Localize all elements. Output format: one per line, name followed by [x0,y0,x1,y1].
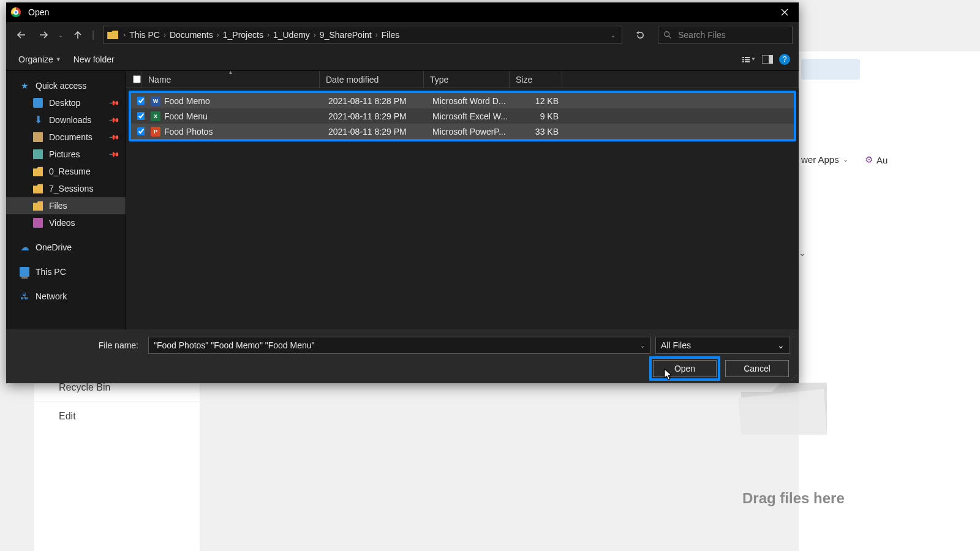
download-icon: ⬇ [33,115,43,125]
search-input[interactable]: Search Files [658,26,793,44]
svg-rect-3 [742,59,744,60]
column-header-date[interactable]: Date modified [320,71,424,88]
arrow-right-icon [39,30,48,40]
sort-asc-icon: ▲ [228,69,233,75]
sidebar-onedrive[interactable]: ☁ OneDrive [6,239,126,256]
background-chevron-icon: ⌄ [799,248,806,258]
arrow-up-icon [73,30,83,40]
history-dropdown-icon[interactable]: ⌄ [56,26,65,44]
organize-button[interactable]: Organize ▼ [15,52,65,67]
pin-icon: 📌 [108,131,119,143]
column-header-checkbox[interactable] [126,71,142,88]
sidebar-item-desktop[interactable]: Desktop📌 [6,94,126,111]
background-drag-text: Drag files here [742,490,845,507]
crumb-thispc[interactable]: This PC [126,30,164,40]
file-type-filter[interactable]: All Files ⌄ [655,337,790,354]
sidebar-quick-access[interactable]: ★ Quick access [6,77,126,94]
crumb-dropdown-icon[interactable]: ⌄ [605,32,622,39]
sidebar-item-pictures[interactable]: Pictures📌 [6,146,126,163]
file-checkbox[interactable] [137,127,145,135]
file-checkbox[interactable] [137,112,145,120]
sidebar-thispc[interactable]: This PC [6,263,126,280]
pin-icon: 📌 [108,97,119,108]
crumb-documents[interactable]: Documents [166,30,217,40]
breadcrumb-bar[interactable]: › This PC › Documents › 1_Projects › 1_U… [103,26,622,44]
bottom-bar: File name: "Food Photos" "Food Memo" "Fo… [6,329,799,383]
view-mode-button[interactable]: ▼ [742,53,756,66]
pin-icon: 📌 [108,148,119,160]
chevron-down-icon: ▼ [56,56,61,62]
crumb-projects[interactable]: 1_Projects [219,30,267,40]
file-date: 2021-08-11 8:28 PM [322,96,426,106]
sidebar-item-sessions[interactable]: 7_Sessions [6,180,126,197]
help-button[interactable]: ? [779,54,790,65]
file-date: 2021-08-11 8:29 PM [322,127,426,137]
svg-rect-5 [742,61,744,62]
nav-separator: | [92,29,94,40]
refresh-button[interactable] [631,26,649,44]
sidebar-item-resume[interactable]: 0_Resume [6,163,126,180]
open-button[interactable]: Open [653,360,717,377]
word-file-icon: W [151,96,160,106]
crumb-files[interactable]: Files [378,30,404,40]
column-header-name[interactable]: Name ▲ [142,71,320,88]
preview-pane-icon [762,55,773,64]
file-checkbox[interactable] [137,97,145,105]
background-au-text: ⚙Au [865,154,888,165]
column-header-size[interactable]: Size [510,71,562,88]
crumb-udemy[interactable]: 1_Udemy [270,30,314,40]
svg-rect-2 [745,56,750,58]
dialog-title: Open [28,7,49,17]
preview-pane-button[interactable] [761,53,774,66]
chrome-icon [11,7,21,17]
new-folder-button[interactable]: New folder [70,52,118,67]
nav-row: ⌄ | › This PC › Documents › 1_Projects ›… [6,22,799,48]
network-icon: 🖧 [20,291,29,301]
pictures-icon [33,149,43,159]
svg-rect-4 [745,59,750,60]
file-row[interactable]: P Food Photos 2021-08-11 8:29 PM Microso… [131,124,794,139]
sidebar-item-documents[interactable]: Documents📌 [6,129,126,146]
folder-icon [107,31,118,39]
file-type: Microsoft Excel W... [426,111,512,121]
excel-file-icon: X [151,111,160,121]
file-name: Food Memo [164,96,210,106]
up-button[interactable] [69,26,87,44]
documents-icon [33,132,43,142]
toolbar: Organize ▼ New folder ▼ ? [6,48,799,71]
folder-icon [33,167,43,176]
open-file-dialog: Open ⌄ | › This PC › Documents › 1_Proje… [6,2,799,383]
chevron-down-icon: ⌄ [777,340,785,350]
file-type: Microsoft Word D... [426,96,512,106]
desktop-icon [33,98,43,108]
close-button[interactable] [771,2,799,22]
sidebar-network[interactable]: 🖧 Network [6,288,126,305]
file-pane: Name ▲ Date modified Type Size W Food Me… [126,71,799,329]
sidebar: ★ Quick access Desktop📌 ⬇ Downloads📌 Doc… [6,71,126,329]
column-header-type[interactable]: Type [424,71,510,88]
folder-icon [33,201,43,211]
forward-button[interactable] [34,26,53,44]
file-row[interactable]: X Food Menu 2021-08-11 8:29 PM Microsoft… [131,108,794,124]
filename-label: File name: [15,340,143,350]
resize-grip-icon[interactable]: ⋰ [791,374,796,382]
svg-rect-8 [769,55,773,64]
arrow-left-icon [17,30,26,40]
back-button[interactable] [12,26,31,44]
cancel-button[interactable]: Cancel [725,360,789,377]
sidebar-item-files[interactable]: Files [6,197,126,214]
search-placeholder: Search Files [678,30,726,40]
sidebar-item-videos[interactable]: Videos [6,214,126,231]
close-icon [781,9,788,16]
filename-input[interactable]: "Food Photos" "Food Memo" "Food Menu" ⌄ [148,337,650,354]
crumb-sharepoint[interactable]: 9_SharePoint [316,30,375,40]
file-name: Food Photos [164,127,213,137]
chevron-down-icon[interactable]: ⌄ [640,342,645,349]
file-row[interactable]: W Food Memo 2021-08-11 8:28 PM Microsoft… [131,93,794,108]
background-left-panel: Recycle Bin Edit [34,373,200,551]
file-size: 12 KB [512,96,562,106]
pin-icon: 📌 [108,114,119,126]
background-pill [801,59,860,80]
list-view-icon [742,55,750,64]
sidebar-item-downloads[interactable]: ⬇ Downloads📌 [6,111,126,129]
